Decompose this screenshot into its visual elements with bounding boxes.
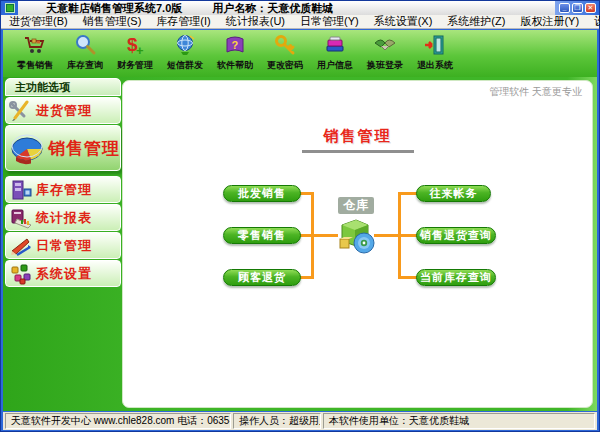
warehouse-label: 仓库: [338, 197, 374, 214]
status-developer: 天意软件开发中心 www.chle828.com 电话：0635-7987905…: [5, 413, 231, 429]
menu-item-purchase[interactable]: 进货管理(B): [9, 14, 68, 29]
window-titlebar: 天意鞋店销售管理系统7.0版 用户名称：天意优质鞋城 _ ❐ ✕: [1, 1, 599, 15]
pie-chart-icon: [6, 131, 48, 165]
key-icon: [272, 32, 298, 58]
menubar: 进货管理(B) 销售管理(S) 库存管理(I) 统计报表(U) 日常管理(Y) …: [1, 15, 599, 29]
sidebar-item-purchase[interactable]: 进货管理: [5, 97, 121, 124]
title-underline: [302, 150, 414, 153]
sidebar-header: 主功能选项: [5, 78, 121, 96]
connector-left-stub-1: [299, 192, 313, 195]
toolbar-button-shift-login[interactable]: 换班登录: [360, 32, 410, 76]
window-controls: _ ❐ ✕: [555, 1, 599, 15]
warehouse-node: 仓库: [329, 195, 383, 259]
sidebar-item-label: 日常管理: [36, 237, 92, 255]
page-title-wrap: 销售管理: [123, 125, 592, 153]
svg-text:+: +: [136, 43, 144, 57]
tagline: 管理软件 天意更专业: [489, 85, 582, 99]
menu-item-input-method[interactable]: 设置输入法(Z): [594, 14, 600, 29]
connector-right-stub-3: [400, 276, 417, 279]
pill-current-stock-query[interactable]: 当前库存查询: [416, 269, 496, 286]
pill-sales-return-query[interactable]: 销售退货查询: [416, 227, 496, 244]
menu-item-sales[interactable]: 销售管理(S): [83, 14, 142, 29]
toolbar-label: 用户信息: [317, 59, 353, 72]
toolbar-label: 零售销售: [17, 59, 53, 72]
sidebar-item-settings[interactable]: 系统设置: [5, 260, 121, 287]
status-unit: 本软件使用单位：天意优质鞋城: [323, 413, 595, 429]
exit-door-icon: [422, 32, 448, 58]
toolbar-label: 更改密码: [267, 59, 303, 72]
cart-icon: [22, 32, 48, 58]
warehouse-icon: [329, 215, 383, 259]
sidebar-item-label: 库存管理: [36, 181, 92, 199]
connector-left-stub-3: [299, 276, 313, 279]
toolbar-button-retail-sale[interactable]: 零售销售: [10, 32, 60, 76]
toolbar: 零售销售 库存查询 $+ 财务管理 短信群发 ? 软件帮助: [3, 30, 597, 77]
toolbar-button-finance[interactable]: $+ 财务管理: [110, 32, 160, 76]
sidebar-item-inventory[interactable]: 库存管理: [5, 176, 121, 203]
pencil-arrows-icon: [6, 235, 36, 257]
tools-icon: [6, 100, 36, 122]
help-book-icon: ?: [222, 32, 248, 58]
toolbar-label: 软件帮助: [217, 59, 253, 72]
menu-item-inventory[interactable]: 库存管理(I): [156, 14, 210, 29]
connector-right-stub-1: [400, 192, 417, 195]
sidebar: 主功能选项 进货管理 销售管理 库存管理: [5, 78, 121, 287]
toolbar-button-help[interactable]: ? 软件帮助: [210, 32, 260, 76]
minimize-button[interactable]: _: [559, 3, 570, 13]
toolbar-label: 财务管理: [117, 59, 153, 72]
shift-login-icon: [372, 32, 398, 58]
pill-wholesale-sales[interactable]: 批发销售: [223, 185, 301, 202]
svg-text:?: ?: [232, 39, 239, 51]
toolbar-button-exit[interactable]: 退出系统: [410, 32, 460, 76]
blocks-icon: [6, 263, 36, 285]
toolbar-label: 短信群发: [167, 59, 203, 72]
menu-item-settings[interactable]: 系统设置(X): [374, 14, 433, 29]
connector-right-stub-2: [400, 234, 417, 237]
search-icon: [72, 32, 98, 58]
page-title: 销售管理: [316, 125, 400, 148]
pill-accounts[interactable]: 往来帐务: [416, 185, 491, 202]
sidebar-item-label: 销售管理: [48, 137, 120, 160]
toolbar-button-user-info[interactable]: 用户信息: [310, 32, 360, 76]
menu-item-reports[interactable]: 统计报表(U): [226, 14, 285, 29]
app-window: 天意鞋店销售管理系统7.0版 用户名称：天意优质鞋城 _ ❐ ✕ 进货管理(B)…: [0, 0, 600, 432]
toolbar-button-sms[interactable]: 短信群发: [160, 32, 210, 76]
app-icon-box: [1, 1, 18, 15]
sidebar-item-sales[interactable]: 销售管理: [5, 125, 121, 171]
toolbar-button-password[interactable]: 更改密码: [260, 32, 310, 76]
sidebar-item-label: 系统设置: [36, 265, 92, 283]
finance-icon: $+: [122, 32, 148, 58]
menu-item-maintenance[interactable]: 系统维护(Z): [447, 14, 505, 29]
globe-sms-icon: [172, 32, 198, 58]
sidebar-item-daily[interactable]: 日常管理: [5, 232, 121, 259]
menu-item-register[interactable]: 版权注册(Y): [520, 14, 579, 29]
app-icon: [5, 3, 15, 13]
user-books-icon: [322, 32, 348, 58]
pill-retail-sales[interactable]: 零售销售: [223, 227, 301, 244]
pill-customer-returns[interactable]: 顾客退货: [223, 269, 301, 286]
close-button[interactable]: ✕: [585, 3, 596, 13]
main-panel: 管理软件 天意更专业 销售管理 批发销售 零售销售 顾客退货 往来帐务 销售退货…: [122, 80, 593, 408]
status-operator: 操作人员：超级用户: [233, 413, 321, 429]
menu-item-daily[interactable]: 日常管理(Y): [300, 14, 359, 29]
maximize-button[interactable]: ❐: [572, 3, 583, 13]
cabinet-icon: [6, 179, 36, 201]
report-icon: [6, 207, 36, 229]
sidebar-item-label: 统计报表: [36, 209, 92, 227]
toolbar-label: 退出系统: [417, 59, 453, 72]
connector-left-stub-2: [299, 234, 313, 237]
sidebar-item-label: 进货管理: [36, 102, 92, 120]
sidebar-item-reports[interactable]: 统计报表: [5, 204, 121, 231]
toolbar-label: 库存查询: [67, 59, 103, 72]
statusbar: 天意软件开发中心 www.chle828.com 电话：0635-7987905…: [3, 412, 597, 430]
toolbar-label: 换班登录: [367, 59, 403, 72]
toolbar-button-stock-query[interactable]: 库存查询: [60, 32, 110, 76]
